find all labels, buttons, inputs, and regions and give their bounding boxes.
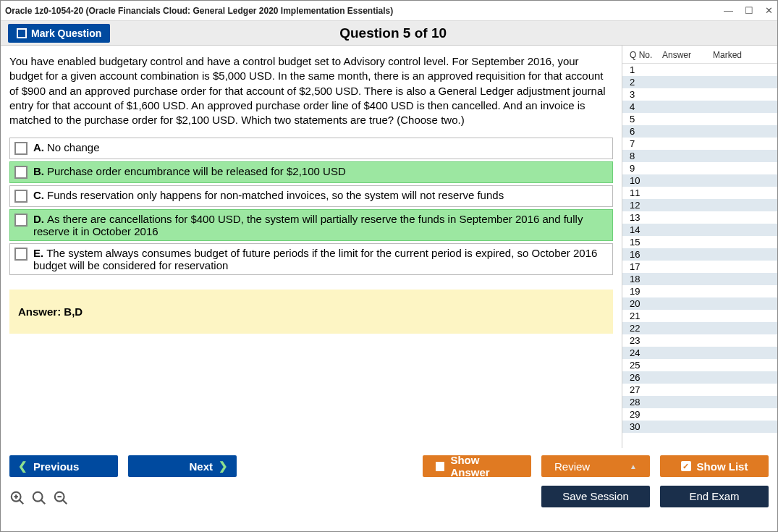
- question-list-header: Q No. Answer Marked: [622, 46, 777, 64]
- row-qno: 9: [630, 162, 659, 174]
- question-list-row[interactable]: 4: [622, 101, 777, 113]
- question-list-row[interactable]: 18: [622, 273, 777, 285]
- row-qno: 30: [630, 421, 659, 433]
- question-list-row[interactable]: 1: [622, 64, 777, 76]
- footer: ❮ Previous Next ❯ Show Answer Review ▲ ✓…: [1, 448, 777, 513]
- question-list-row[interactable]: 6: [622, 125, 777, 138]
- col-qno: Q No.: [630, 50, 662, 60]
- question-list-row[interactable]: 9: [622, 162, 777, 174]
- row-qno: 18: [630, 273, 659, 285]
- option-row[interactable]: A.No change: [9, 138, 613, 159]
- option-checkbox[interactable]: [14, 190, 28, 203]
- question-list-row[interactable]: 16: [622, 248, 777, 261]
- question-list-row[interactable]: 27: [622, 384, 777, 396]
- question-list-row[interactable]: 7: [622, 138, 777, 150]
- save-session-button[interactable]: Save Session: [541, 486, 650, 507]
- question-list-row[interactable]: 25: [622, 359, 777, 371]
- row-qno: 22: [630, 322, 659, 334]
- option-checkbox[interactable]: [14, 248, 28, 261]
- option-text: A.No change: [33, 141, 100, 153]
- zoom-out-icon[interactable]: [53, 490, 69, 510]
- option-row[interactable]: C.Funds reservation only happens for non…: [9, 185, 613, 207]
- question-list-row[interactable]: 30: [622, 421, 777, 433]
- review-button[interactable]: Review ▲: [541, 455, 650, 477]
- question-list-row[interactable]: 24: [622, 347, 777, 359]
- question-list-row[interactable]: 5: [622, 113, 777, 125]
- row-qno: 12: [630, 199, 659, 211]
- question-list-body[interactable]: 1234567891011121314151617181920212223242…: [622, 64, 777, 448]
- option-text: C.Funds reservation only happens for non…: [33, 189, 504, 201]
- row-qno: 15: [630, 236, 659, 248]
- question-list-row[interactable]: 14: [622, 224, 777, 236]
- svg-line-1: [20, 500, 24, 504]
- row-qno: 11: [630, 187, 659, 199]
- row-qno: 2: [630, 76, 659, 88]
- option-text: E.The system always consumes budget of f…: [33, 247, 608, 271]
- mark-checkbox-icon: [17, 28, 27, 38]
- question-list-row[interactable]: 19: [622, 285, 777, 297]
- question-list-row[interactable]: 11: [622, 187, 777, 199]
- row-qno: 3: [630, 88, 659, 101]
- question-list-row[interactable]: 21: [622, 310, 777, 322]
- show-list-label: Show List: [697, 460, 748, 473]
- question-list-row[interactable]: 13: [622, 211, 777, 224]
- option-text: B.Purchase order encumbrance will be rel…: [33, 165, 346, 177]
- question-list-row[interactable]: 10: [622, 174, 777, 187]
- previous-button[interactable]: ❮ Previous: [9, 455, 118, 477]
- question-list-panel: Q No. Answer Marked 12345678910111213141…: [622, 46, 777, 448]
- question-counter: Question 5 of 10: [110, 25, 676, 41]
- chevron-right-icon: ❯: [219, 460, 228, 473]
- question-list-row[interactable]: 2: [622, 76, 777, 88]
- question-list-row[interactable]: 29: [622, 408, 777, 421]
- question-list-row[interactable]: 26: [622, 371, 777, 384]
- caret-up-icon: ▲: [630, 463, 637, 470]
- row-qno: 25: [630, 359, 659, 371]
- option-checkbox[interactable]: [14, 214, 28, 227]
- row-qno: 13: [630, 211, 659, 224]
- row-qno: 7: [630, 138, 659, 150]
- options-container: A.No changeB.Purchase order encumbrance …: [9, 138, 613, 275]
- row-qno: 16: [630, 248, 659, 261]
- question-list-row[interactable]: 20: [622, 297, 777, 310]
- question-list-row[interactable]: 22: [622, 322, 777, 334]
- end-exam-button[interactable]: End Exam: [660, 486, 769, 507]
- show-answer-button[interactable]: Show Answer: [423, 455, 531, 477]
- question-list-row[interactable]: 28: [622, 396, 777, 408]
- show-list-button[interactable]: ✓ Show List: [660, 455, 769, 477]
- row-qno: 26: [630, 371, 659, 384]
- question-list-row[interactable]: 3: [622, 88, 777, 101]
- row-qno: 20: [630, 297, 659, 310]
- window-title: Oracle 1z0-1054-20 (Oracle Financials Cl…: [5, 6, 712, 16]
- previous-label: Previous: [33, 460, 79, 473]
- show-answer-label: Show Answer: [450, 454, 518, 478]
- question-list-row[interactable]: 12: [622, 199, 777, 211]
- mark-question-button[interactable]: Mark Question: [8, 24, 110, 43]
- option-row[interactable]: B.Purchase order encumbrance will be rel…: [9, 161, 613, 183]
- option-checkbox[interactable]: [14, 142, 28, 155]
- option-row[interactable]: D.As there are cancellations for $400 US…: [9, 209, 613, 241]
- svg-line-5: [41, 500, 46, 504]
- save-session-label: Save Session: [562, 490, 629, 502]
- row-qno: 19: [630, 285, 659, 297]
- option-checkbox[interactable]: [14, 166, 28, 179]
- question-list-row[interactable]: 23: [622, 334, 777, 347]
- option-row[interactable]: E.The system always consumes budget of f…: [9, 243, 613, 275]
- zoom-in-icon[interactable]: [31, 490, 47, 510]
- maximize-icon[interactable]: ☐: [745, 5, 753, 16]
- question-list-row[interactable]: 17: [622, 261, 777, 273]
- review-label: Review: [554, 460, 590, 473]
- answer-box: Answer: B,D: [9, 290, 613, 334]
- row-qno: 6: [630, 125, 659, 138]
- close-icon[interactable]: ✕: [765, 5, 773, 16]
- zoom-fit-icon[interactable]: [9, 490, 25, 510]
- next-label: Next: [189, 460, 213, 473]
- minimize-icon[interactable]: —: [724, 5, 733, 16]
- row-qno: 23: [630, 334, 659, 347]
- row-qno: 14: [630, 224, 659, 236]
- question-list-row[interactable]: 15: [622, 236, 777, 248]
- next-button[interactable]: Next ❯: [128, 455, 237, 477]
- question-list-row[interactable]: 8: [622, 150, 777, 162]
- row-qno: 21: [630, 310, 659, 322]
- row-qno: 4: [630, 101, 659, 113]
- window-titlebar: Oracle 1z0-1054-20 (Oracle Financials Cl…: [1, 1, 777, 21]
